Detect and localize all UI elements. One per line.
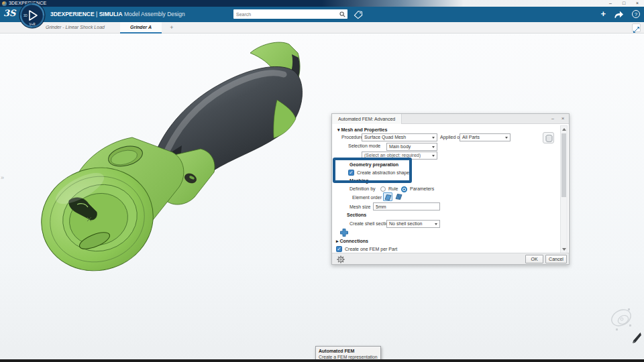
dialog-footer: OK Cancel <box>332 253 569 264</box>
checkmark-icon: ✓ <box>349 170 353 176</box>
chevron-down-icon: ▾ <box>337 127 340 132</box>
chevron-right-icon: ▸ <box>336 239 339 243</box>
window-close-icon[interactable]: × <box>631 0 644 7</box>
create-one-fem-checkbox[interactable]: ✓ <box>336 246 342 252</box>
appbar-actions: + ? <box>600 9 640 19</box>
create-one-fem-label: Create one FEM per Part <box>345 247 397 251</box>
app-window-icon <box>2 1 7 6</box>
checkmark-icon: ✓ <box>337 246 341 252</box>
dialog-titlebar[interactable]: Automated FEM: Advanced – × <box>332 114 569 124</box>
mesh-size-field[interactable] <box>373 202 440 210</box>
ok-button[interactable]: OK <box>525 255 543 263</box>
document-tabbar: Grinder - Linear Shock Load Grinder A + <box>0 22 644 34</box>
parameters-label: Parameters <box>410 186 434 191</box>
dialog-minimize-icon[interactable]: – <box>549 114 557 123</box>
search-input[interactable] <box>236 9 335 19</box>
3d-viewport[interactable]: » <box>0 34 644 362</box>
share-icon[interactable] <box>614 10 624 19</box>
add-app-icon[interactable]: + <box>600 9 606 19</box>
bottom-edge-strip <box>0 359 644 362</box>
tag-icon[interactable] <box>354 10 363 19</box>
automated-fem-dialog: Automated FEM: Advanced – × ▾ Mesh and P… <box>331 113 570 265</box>
selection-mode-label: Selection mode <box>348 143 380 148</box>
doc-tab-linear-shock-load[interactable]: Grinder - Linear Shock Load <box>40 22 119 34</box>
add-mesh-part-icon[interactable] <box>339 228 349 238</box>
app-title: 3DEXPERIENCE | SIMULIA Model Assembly De… <box>50 11 185 17</box>
help-icon[interactable]: ? <box>632 10 640 18</box>
dialog-scrollbar[interactable] <box>560 125 568 253</box>
support-dropdown[interactable]: (Select an object: required) <box>362 152 437 160</box>
tooltip-title: Automated FEM <box>319 349 378 353</box>
definition-by-label: Definition by <box>350 186 376 191</box>
doc-tab-grinder-a[interactable]: Grinder A <box>120 22 162 34</box>
panel-expander-icon[interactable]: » <box>1 174 4 181</box>
grinder-3d-model[interactable] <box>30 37 319 278</box>
dassault-systemes-logo: 3S <box>3 8 15 18</box>
svg-text:3D: 3D <box>23 14 28 17</box>
element-order-label: Element order <box>352 195 382 200</box>
robot-navigation-ghost-icon[interactable] <box>608 304 636 334</box>
rule-radio[interactable] <box>380 186 386 192</box>
window-maximize-icon[interactable]: □ <box>617 0 631 7</box>
fit-viewport-icon[interactable] <box>632 23 641 32</box>
connections-section[interactable]: ▸ Connections <box>336 239 368 244</box>
brand-3dexperience: 3DEXPERIENCE <box>50 11 95 17</box>
procedure-label: Procedure <box>341 135 363 139</box>
cancel-button[interactable]: Cancel <box>545 255 567 263</box>
compass-version-label: V+R <box>30 23 36 26</box>
create-abstraction-shape-label: Create abstraction shape <box>357 170 409 175</box>
application-window: 3DEXPERIENCE – □ × 3DEXPERIENCE | SIMULI… <box>0 0 644 362</box>
create-abstraction-shape-checkbox[interactable]: ✓ <box>348 170 354 176</box>
create-shell-section-dropdown[interactable]: No shell section <box>386 220 440 228</box>
search-icon[interactable] <box>339 11 345 17</box>
dialog-close-icon[interactable]: × <box>559 114 567 123</box>
procedure-dropdown[interactable]: Surface Quad Mesh <box>362 133 437 141</box>
mesh-size-label: Mesh size <box>350 204 371 209</box>
applied-on-dropdown[interactable]: All Parts <box>460 133 511 141</box>
mesh-size-input[interactable] <box>374 203 439 210</box>
window-minimize-icon[interactable]: – <box>604 0 617 7</box>
sections-header: Sections <box>347 213 366 217</box>
app-name: Model Assembly Design <box>124 11 185 17</box>
app-bar: 3DEXPERIENCE | SIMULIA Model Assembly De… <box>0 7 644 22</box>
3dexperience-compass[interactable]: V+R 3D <box>19 2 46 29</box>
search-box[interactable] <box>233 9 347 19</box>
selection-mode-dropdown[interactable]: Main body <box>386 143 437 151</box>
geometry-preparation-header: Geometry preparation <box>350 162 398 167</box>
scrollbar-thumb[interactable] <box>561 133 566 197</box>
scroll-up-icon[interactable] <box>562 128 566 131</box>
element-order-quadratic-icon[interactable] <box>394 192 404 201</box>
create-shell-section-label: Create shell section <box>350 221 390 226</box>
brand-product: SIMULIA <box>99 11 123 17</box>
meshing-header: Meshing <box>350 178 368 183</box>
new-tab-button[interactable]: + <box>166 22 177 34</box>
mesh-properties-section[interactable]: ▾ Mesh and Properties <box>337 127 387 133</box>
pencil-cursor-icon <box>633 333 641 343</box>
support-shape-icon[interactable] <box>543 132 554 143</box>
parameters-radio[interactable] <box>401 186 407 192</box>
scroll-down-icon[interactable] <box>562 248 566 251</box>
dialog-title: Automated FEM: Advanced <box>332 114 402 124</box>
brand-separator: | <box>96 11 97 17</box>
gear-icon[interactable] <box>337 255 345 264</box>
rule-label: Rule <box>388 186 398 191</box>
window-titlebar: 3DEXPERIENCE – □ × <box>0 0 644 7</box>
element-order-linear-icon[interactable] <box>383 192 392 201</box>
